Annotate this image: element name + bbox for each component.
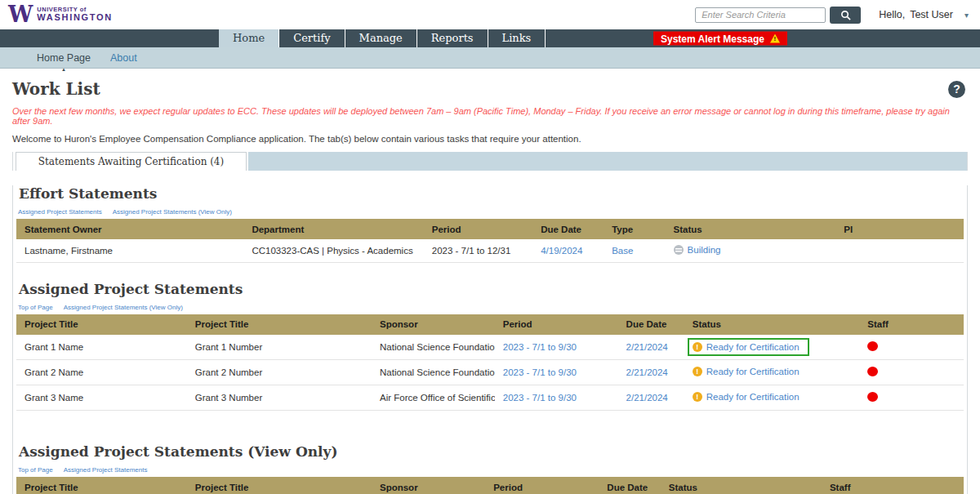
project-title-cell: Grant 2 Name — [16, 360, 187, 385]
page-title: Work List — [12, 79, 100, 99]
tab-statements-awaiting-certification[interactable]: Statements Awaiting Certification (4) — [16, 152, 247, 171]
due-date-link[interactable]: 4/19/2024 — [541, 246, 582, 256]
ready-warning-icon — [693, 392, 702, 402]
period-link[interactable]: 2023 - 7/1 to 9/30 — [503, 367, 577, 377]
uw-logo-w-icon: W — [8, 4, 33, 25]
ready-warning-icon — [693, 367, 702, 376]
worklist-panel: Effort Statements Assigned Project State… — [12, 185, 968, 494]
tab-certify[interactable]: Certify — [278, 29, 344, 47]
column-header: Sponsor — [372, 477, 485, 494]
pi-cell — [835, 239, 964, 262]
period-link[interactable]: 2023 - 7/1 to 9/30 — [503, 342, 577, 352]
help-icon[interactable]: ? — [948, 81, 965, 98]
table-row: Grant 1 Name Grant 1 Number National Sci… — [16, 335, 964, 360]
building-status-icon — [674, 245, 684, 255]
tab-manage[interactable]: Manage — [345, 29, 416, 47]
sub-nav: Home Page ▲ About — [0, 47, 980, 69]
project-title-cell: Grant 3 Name — [16, 385, 187, 411]
assigned-project-statements-table: Project Title Project Title Sponsor Peri… — [16, 314, 964, 412]
period-cell: 2023 - 7/1 to 12/31 — [424, 239, 532, 262]
system-alert-label: System Alert Message — [661, 33, 764, 44]
column-header: Period — [424, 219, 532, 239]
user-menu[interactable]: Hello, Test User ▾ — [879, 9, 969, 20]
view-only-header-row: Project Title Project Title Sponsor Peri… — [16, 477, 964, 494]
warning-icon — [770, 34, 780, 43]
column-header: Department — [243, 219, 423, 239]
project-number-cell: Grant 1 Number — [187, 335, 372, 360]
link-assigned-project-statements[interactable]: Assigned Project Statements — [64, 466, 148, 474]
tab-home[interactable]: Home — [219, 29, 278, 47]
column-header: Staff — [859, 314, 964, 335]
due-date-link[interactable]: 2/21/2024 — [626, 393, 668, 403]
assigned-header-row: Project Title Project Title Sponsor Peri… — [16, 314, 964, 335]
status-link[interactable]: Ready for Certification — [706, 342, 800, 352]
status-link[interactable]: Ready for Certification — [706, 392, 800, 402]
column-header: Project Title — [187, 477, 372, 494]
column-header: Sponsor — [372, 314, 495, 335]
greeting-label: Hello, — [879, 9, 905, 20]
search-input[interactable] — [695, 7, 826, 23]
user-name: Test User — [910, 9, 953, 20]
welcome-text: Welcome to Huron's Employee Compensation… — [12, 134, 968, 144]
due-date-link[interactable]: 2/21/2024 — [626, 342, 668, 352]
search-button[interactable] — [830, 7, 861, 24]
table-row: Grant 2 Name Grant 2 Number National Sci… — [16, 360, 964, 385]
column-header: Status — [684, 314, 860, 335]
department-cell: CC103323-CAS | Physics - Academics — [243, 239, 423, 262]
period-link[interactable]: 2023 - 7/1 to 9/30 — [503, 393, 577, 403]
uw-logo-text: UNIVERSITY of WASHINGTON — [37, 7, 113, 22]
column-header: Project Title — [187, 314, 372, 335]
subnav-item-home-page[interactable]: Home Page ▲ — [37, 52, 91, 64]
column-header: Status — [666, 219, 836, 239]
column-header: Due Date — [618, 314, 684, 335]
link-assigned-project-statements-view-only[interactable]: Assigned Project Statements (View Only) — [113, 208, 232, 216]
column-header: Project Title — [16, 477, 187, 494]
table-row: Grant 3 Name Grant 3 Number Air Force Of… — [16, 385, 964, 411]
status-link[interactable]: Ready for Certification — [706, 367, 800, 376]
tab-reports[interactable]: Reports — [416, 29, 488, 47]
top-header: W UNIVERSITY of WASHINGTON Hello, Test U… — [0, 0, 980, 29]
topbar-right: Hello, Test User ▾ — [695, 7, 969, 24]
sponsor-cell: Air Force Office of Scientific ... — [372, 385, 495, 411]
type-link[interactable]: Base — [612, 246, 633, 256]
column-header: Statement Owner — [16, 219, 243, 239]
uw-logo[interactable]: W UNIVERSITY of WASHINGTON — [8, 4, 113, 25]
main-nav: Home Certify Manage Reports Links System… — [0, 29, 980, 47]
link-assigned-project-statements-view-only[interactable]: Assigned Project Statements (View Only) — [64, 304, 183, 311]
effort-header-row: Statement Owner Department Period Due Da… — [16, 219, 964, 239]
system-alert-banner[interactable]: System Alert Message — [653, 32, 787, 46]
maintenance-notice: Over the next few months, we expect regu… — [12, 106, 968, 126]
highlighted-status-box: Ready for Certification — [688, 338, 809, 356]
table-row: Lastname, Firstname CC103323-CAS | Physi… — [16, 239, 964, 262]
sponsor-cell: National Science Foundation — [372, 335, 495, 360]
column-header: Type — [604, 219, 665, 239]
subnav-item-about[interactable]: About — [110, 52, 137, 64]
column-header: PI — [835, 219, 964, 239]
project-number-cell: Grant 2 Number — [187, 360, 372, 385]
column-header: Due Date — [532, 219, 604, 239]
link-top-of-page[interactable]: Top of Page — [18, 466, 53, 474]
project-number-cell: Grant 3 Number — [187, 385, 372, 411]
effort-statements-heading: Effort Statements — [19, 185, 964, 202]
sponsor-cell: National Science Foundation — [372, 360, 495, 385]
column-header: Status — [661, 477, 822, 494]
ready-warning-icon — [693, 342, 702, 352]
link-assigned-project-statements[interactable]: Assigned Project Statements — [18, 208, 102, 216]
tab-links[interactable]: Links — [488, 29, 546, 47]
column-header: Period — [485, 477, 599, 494]
uw-logo-line2: WASHINGTON — [37, 13, 113, 23]
project-title-cell: Grant 1 Name — [16, 335, 187, 360]
due-date-link[interactable]: 2/21/2024 — [626, 367, 668, 377]
column-header: Due Date — [599, 477, 660, 494]
nav-tabs: Home Certify Manage Reports Links — [219, 29, 546, 47]
link-top-of-page[interactable]: Top of Page — [18, 304, 53, 311]
staff-indicator-dot — [867, 367, 878, 376]
search-icon — [840, 10, 851, 20]
staff-indicator-dot — [867, 392, 878, 402]
effort-statements-table: Statement Owner Department Period Due Da… — [16, 219, 964, 263]
status-link[interactable]: Building — [688, 245, 721, 255]
assigned-project-statements-heading: Assigned Project Statements — [19, 281, 964, 297]
column-header: Staff — [822, 477, 964, 494]
column-header: Period — [495, 314, 618, 335]
main-content: Work List ? Over the next few months, we… — [0, 79, 980, 494]
